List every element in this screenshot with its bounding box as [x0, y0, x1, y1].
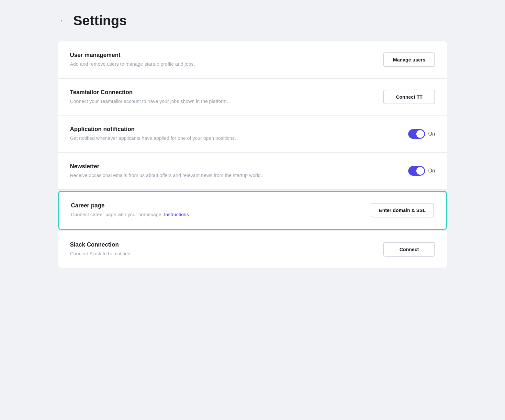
- section-desc-career-page: Connect career page with your homepage. …: [71, 211, 360, 218]
- page-title: Settings: [73, 13, 127, 28]
- section-info-app-notification: Application notification Get notified wh…: [70, 126, 398, 142]
- section-action-newsletter: On: [408, 166, 435, 176]
- connect-slack-button[interactable]: Connect: [383, 242, 435, 257]
- back-arrow-icon: ←: [60, 17, 67, 25]
- page-header: ← Settings: [58, 13, 447, 28]
- section-title-newsletter: Newsletter: [70, 163, 398, 170]
- settings-section-app-notification: Application notification Get notified wh…: [58, 116, 447, 153]
- back-button[interactable]: ←: [58, 15, 68, 26]
- section-info-slack: Slack Connection Connect Slack to be not…: [70, 241, 373, 258]
- section-info-user-management: User management Add and remove users to …: [70, 52, 373, 68]
- connect-tt-button[interactable]: Connect TT: [383, 90, 435, 104]
- section-action-teamtailor: Connect TT: [383, 90, 435, 104]
- section-action-app-notification: On: [408, 129, 435, 139]
- settings-list: User management Add and remove users to …: [58, 41, 447, 268]
- toggle-track-newsletter: [408, 166, 425, 176]
- toggle-wrapper-app-notification: On: [408, 129, 435, 139]
- app-notification-toggle[interactable]: [408, 129, 425, 139]
- section-desc-app-notification: Get notified whenever applicants have ap…: [70, 135, 398, 142]
- section-desc-teamtailor: Connect your Teamtailor account to have …: [70, 98, 373, 105]
- toggle-thumb-newsletter: [416, 167, 424, 175]
- career-page-highlight-wrapper: Career page Connect career page with you…: [58, 190, 447, 231]
- page-container: ← Settings User management Add and remov…: [58, 13, 447, 407]
- section-info-teamtailor: Teamtailor Connection Connect your Teamt…: [70, 89, 373, 105]
- career-page-instructions-link[interactable]: Instructions: [164, 212, 189, 217]
- settings-section-user-management: User management Add and remove users to …: [58, 41, 447, 79]
- enter-domain-ssl-button[interactable]: Enter domain & SSL: [371, 203, 434, 217]
- section-title-slack: Slack Connection: [70, 241, 373, 248]
- toggle-thumb: [416, 130, 424, 138]
- app-notification-toggle-label: On: [428, 131, 435, 137]
- section-action-slack: Connect: [383, 242, 435, 257]
- manage-users-button[interactable]: Manage users: [383, 52, 435, 67]
- settings-section-slack: Slack Connection Connect Slack to be not…: [58, 231, 447, 268]
- section-title-teamtailor: Teamtailor Connection: [70, 89, 373, 96]
- section-info-newsletter: Newsletter Receive occasional emails fro…: [70, 163, 398, 179]
- section-title-user-management: User management: [70, 52, 373, 59]
- section-title-career-page: Career page: [71, 202, 360, 209]
- settings-section-teamtailor: Teamtailor Connection Connect your Teamt…: [58, 79, 447, 116]
- section-desc-slack: Connect Slack to be notified.: [70, 250, 373, 258]
- newsletter-toggle[interactable]: [408, 166, 425, 176]
- career-page-highlight-border: Career page Connect career page with you…: [58, 191, 447, 230]
- section-action-career-page: Enter domain & SSL: [371, 203, 434, 217]
- section-desc-user-management: Add and remove users to manage startup p…: [70, 61, 373, 68]
- section-title-app-notification: Application notification: [70, 126, 398, 133]
- settings-section-career-page: Career page Connect career page with you…: [59, 192, 446, 229]
- section-desc-newsletter: Receive occasional emails from us about …: [70, 172, 398, 179]
- toggle-wrapper-newsletter: On: [408, 166, 435, 176]
- newsletter-toggle-label: On: [428, 168, 435, 174]
- toggle-track: [408, 129, 425, 139]
- section-action-user-management: Manage users: [383, 52, 435, 67]
- section-info-career-page: Career page Connect career page with you…: [71, 202, 360, 218]
- settings-section-newsletter: Newsletter Receive occasional emails fro…: [58, 153, 447, 190]
